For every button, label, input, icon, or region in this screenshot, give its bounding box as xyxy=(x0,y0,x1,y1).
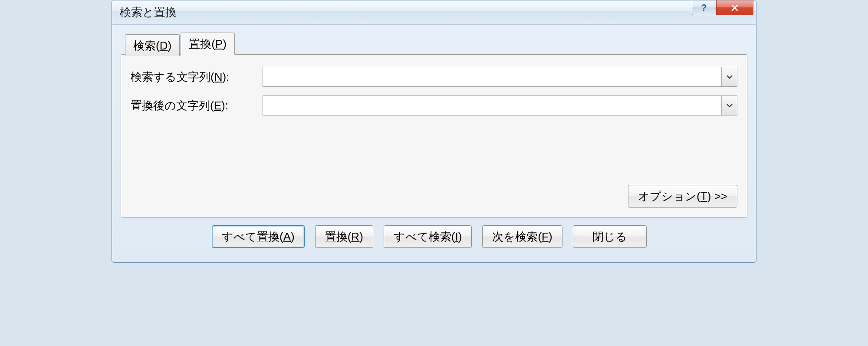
replace-label: 置換後の文字列(E): xyxy=(131,98,256,113)
chevron-down-icon xyxy=(727,103,733,108)
replace-all-button[interactable]: すべて置換(A) xyxy=(212,225,305,248)
help-button[interactable]: ? xyxy=(692,0,716,15)
tab-replace[interactable]: 置換(P) xyxy=(181,33,235,55)
find-row: 検索する文字列(N): xyxy=(131,67,737,87)
find-input[interactable] xyxy=(263,67,721,86)
tab-container: 検索(D) 置換(P) 検索する文字列(N): xyxy=(121,33,747,217)
window-title: 検索と置換 xyxy=(120,5,177,20)
tab-find[interactable]: 検索(D) xyxy=(125,34,180,56)
options-row: オプション(T) >> xyxy=(628,185,737,208)
title-bar: 検索と置換 ? xyxy=(112,0,756,25)
tab-row: 検索(D) 置換(P) xyxy=(125,33,747,54)
replace-row: 置換後の文字列(E): xyxy=(131,96,737,115)
dialog-body: 検索(D) 置換(P) 検索する文字列(N): xyxy=(121,33,747,254)
title-bar-buttons: ? xyxy=(692,0,753,15)
replace-combo xyxy=(263,96,737,115)
find-next-button[interactable]: 次を検索(F) xyxy=(482,225,562,248)
find-replace-dialog: 検索と置換 ? 検索(D) 置換(P) xyxy=(112,0,756,263)
find-dropdown-button[interactable] xyxy=(721,67,737,86)
button-bar: すべて置換(A) 置換(R) すべて検索(I) 次を検索(F) 閉じる xyxy=(121,217,747,248)
find-label: 検索する文字列(N): xyxy=(131,69,256,85)
close-button[interactable]: 閉じる xyxy=(573,225,647,248)
tab-panel: 検索する文字列(N): 置換後の文字列(E): xyxy=(121,54,747,217)
replace-input[interactable] xyxy=(263,96,721,115)
window-close-button[interactable] xyxy=(716,0,753,15)
help-icon: ? xyxy=(701,2,707,13)
chevron-down-icon xyxy=(727,75,733,79)
find-all-button[interactable]: すべて検索(I) xyxy=(384,225,472,248)
find-combo xyxy=(263,67,737,87)
replace-dropdown-button[interactable] xyxy=(721,96,737,115)
replace-button[interactable]: 置換(R) xyxy=(315,225,373,248)
close-icon xyxy=(730,3,739,12)
options-button[interactable]: オプション(T) >> xyxy=(628,185,737,208)
